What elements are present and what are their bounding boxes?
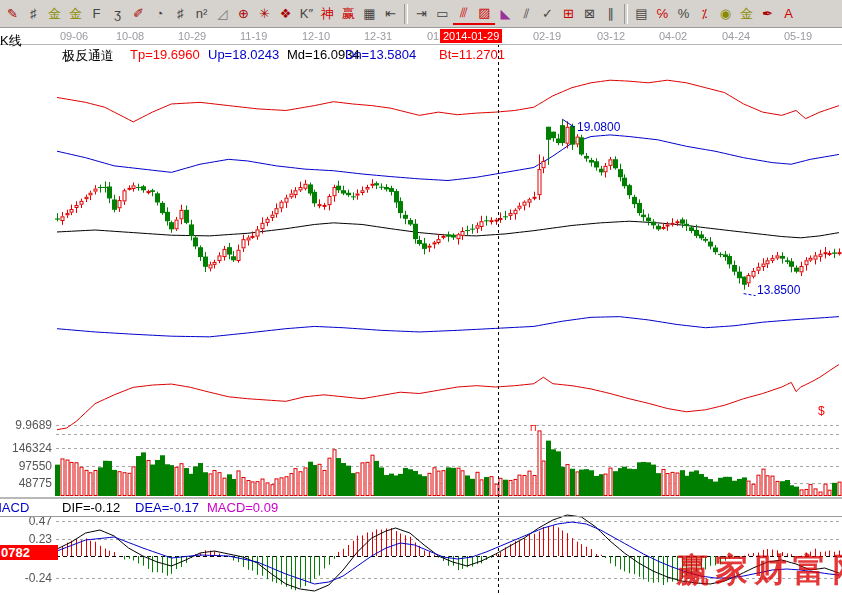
up-value: Up=18.0243	[208, 47, 279, 62]
starburst-tool-icon[interactable]: ✳	[254, 4, 275, 24]
target-tool-icon[interactable]: ⊕	[233, 4, 254, 24]
trend-lines-tool-icon[interactable]: ⫽	[516, 4, 537, 24]
collapse-right-tool-icon[interactable]: ⇥	[411, 4, 432, 24]
chart-window: ✎♯金金Fʒ✐◔♯n²◿⊕✳❖K″神赢▦⇤⇥▭⫻▨◣⫽✓⊞⊠∥▤℅%⁒◉金✒A …	[0, 0, 842, 595]
gold-circle-tool-icon[interactable]: ◉	[715, 4, 736, 24]
date-tick: 11-19	[240, 30, 267, 42]
shen-char-tool-icon[interactable]: 神	[317, 4, 338, 24]
comb-tool-icon[interactable]: ♯	[170, 4, 191, 24]
toolbar-group-measure-tools: ▤℅%⁒◉金✒A	[631, 4, 799, 24]
price-axis-labels: 9.968914632497550487750.470.230.00-0.24	[0, 0, 54, 595]
volume-axis-label: 97550	[19, 459, 52, 473]
date-axis: 09-0610-0810-2911-1912-1012-31012014-01-…	[0, 29, 842, 45]
grid-arrow-tool-icon[interactable]: ⊠	[579, 4, 600, 24]
gann-box-tool-icon[interactable]: ▨	[474, 3, 495, 25]
date-tick: 04-24	[722, 30, 750, 42]
date-tick: 04-02	[659, 30, 687, 42]
cycle-tool-icon[interactable]: ◔	[149, 4, 170, 24]
gold-grid-tool-2-icon[interactable]: 金	[65, 4, 86, 24]
set-square-tool-icon[interactable]: ◿	[212, 4, 233, 24]
date-tick: 12-10	[302, 30, 330, 42]
n-squared-tool-icon[interactable]: n²	[191, 4, 212, 24]
ruler-grid-tool-icon[interactable]: ▦	[359, 4, 380, 24]
pane-separator-volume	[0, 497, 842, 499]
date-tick-highlighted: 2014-01-29	[440, 29, 502, 43]
high-price-marker: 19.0800	[577, 120, 620, 134]
chart-canvas[interactable]	[0, 0, 842, 595]
percent-red-tool-icon[interactable]: ℅	[652, 4, 673, 24]
stock-code-badge: 0782	[0, 545, 58, 560]
box-select-tool-icon[interactable]: ▭	[432, 4, 453, 24]
k-mark-tool-icon[interactable]: K″	[296, 4, 317, 24]
text-annotation-tool-icon[interactable]: A	[778, 4, 799, 24]
main-axis-label: 9.9689	[15, 418, 52, 432]
date-tick: 09-06	[60, 30, 88, 42]
macd-axis-label: -0.24	[25, 571, 52, 585]
date-tick: 02-19	[533, 30, 561, 42]
date-tick: 05-19	[784, 30, 812, 42]
stats-panel-tool-icon[interactable]: ▤	[631, 4, 652, 24]
ying-char-tool-icon[interactable]: 赢	[338, 4, 359, 24]
star-grid-tool-icon[interactable]: ❖	[275, 4, 296, 24]
ray-fan-tool-icon[interactable]: ⫻	[453, 3, 474, 25]
date-tick: 03-12	[597, 30, 625, 42]
dn-value: Dn=13.5804	[345, 47, 416, 62]
fibonacci-tool-icon[interactable]: F	[86, 4, 107, 24]
volume-axis-label: 146324	[12, 441, 52, 455]
toolbar-separator	[404, 4, 408, 24]
gann-fan-tool-icon[interactable]: ◣	[495, 4, 516, 24]
date-tick: 10-08	[116, 30, 144, 42]
brush-tool-icon[interactable]: ✐	[128, 4, 149, 24]
parallel-lines-tool-icon[interactable]: ∥	[600, 4, 621, 24]
percent-tool-icon[interactable]: %	[673, 4, 694, 24]
macd-header-underline	[0, 516, 842, 517]
gold-line-tool-icon[interactable]: 金	[736, 4, 757, 24]
volume-axis-label: 48775	[19, 476, 52, 490]
bt-value: Bt=11.2701	[439, 47, 505, 62]
dollar-marker: $	[818, 404, 825, 418]
date-tick: 10-29	[178, 30, 206, 42]
macd-value: MACD=0.09	[207, 500, 278, 515]
wave-tool-icon[interactable]: ʒ	[107, 4, 128, 24]
toolbar-separator	[624, 4, 628, 24]
tp-value: Tp=19.6960	[130, 47, 200, 62]
collapse-left-tool-icon[interactable]: ⇤	[380, 4, 401, 24]
check-line-tool-icon[interactable]: ✓	[537, 4, 558, 24]
watermark: 赢家财富网	[676, 548, 842, 593]
channel-name: 极反通道	[62, 47, 114, 65]
toolbar-group-draw-tools: ✎♯金金Fʒ✐◔♯n²◿⊕✳❖K″神赢▦⇤	[2, 4, 401, 24]
toolbar-group-line-tools: ⇥▭⫻▨◣⫽✓⊞⊠∥	[411, 3, 621, 25]
dot-grid-tool-icon[interactable]: ⊞	[558, 4, 579, 24]
date-tick: 12-31	[364, 30, 392, 42]
pi-marker: Π	[530, 423, 537, 433]
low-price-marker: 13.8500	[757, 283, 800, 297]
ink-pen-tool-icon[interactable]: ✒	[757, 4, 778, 24]
percent-line-tool-icon[interactable]: ⁒	[694, 4, 715, 24]
macd-axis-label: 0.23	[29, 532, 52, 546]
dif-value: DIF=-0.12	[62, 500, 120, 515]
toolbar: ✎♯金金Fʒ✐◔♯n²◿⊕✳❖K″神赢▦⇤⇥▭⫻▨◣⫽✓⊞⊠∥▤℅%⁒◉金✒A	[0, 0, 842, 28]
date-tick: 01	[427, 30, 439, 42]
dea-value: DEA=-0.17	[135, 500, 199, 515]
